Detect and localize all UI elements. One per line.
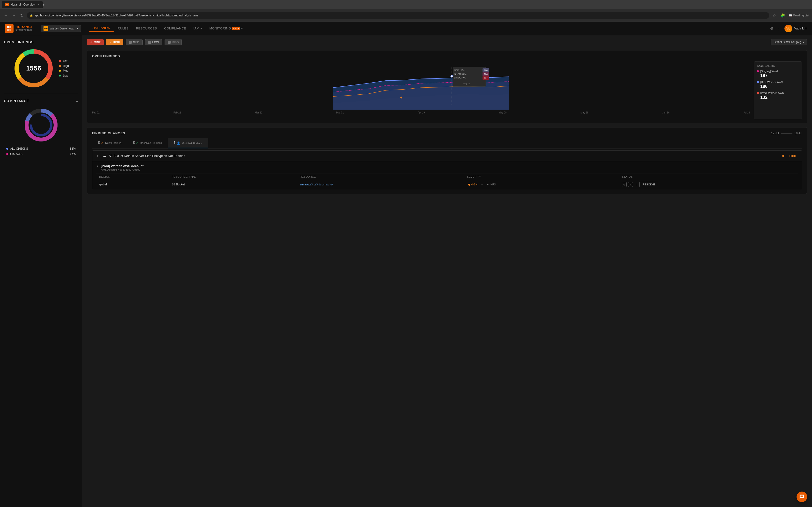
- low-check: [148, 41, 151, 44]
- svg-point-13: [29, 113, 53, 137]
- donut-center: 1556: [26, 64, 41, 72]
- check-cis-dot: [6, 153, 8, 155]
- severity-dot: [782, 155, 784, 157]
- status-icon-2[interactable]: ⚠: [628, 182, 633, 187]
- high-check: ✓: [109, 41, 112, 44]
- sub-account-number: AWS Account No: 308692709302: [101, 168, 144, 171]
- nav-resources[interactable]: RESOURCES: [133, 25, 160, 32]
- svg-rect-2: [7, 29, 9, 31]
- scan-groups-selector[interactable]: SCAN GROUPS (All) ▾: [771, 39, 807, 45]
- chart-area: [DEV] W... 188 [STAGING]... 184 [PROD] W…: [92, 61, 750, 119]
- scan-group-prod: [Prod] Warden AWS 132: [757, 92, 799, 100]
- legend-high-dot: [59, 65, 61, 67]
- svg-rect-0: [7, 26, 9, 28]
- prod-dot: [757, 92, 759, 94]
- tab-resolved-findings[interactable]: 0 ✓ Resolved Findings: [127, 138, 168, 148]
- legend-crit-label: Crit: [63, 59, 67, 63]
- severity-high-indicator: ● HIGH: [467, 182, 479, 186]
- back-button[interactable]: ←: [3, 12, 9, 18]
- compliance-filter-icon[interactable]: ≡: [76, 99, 78, 103]
- legend-low-label: Low: [63, 74, 68, 77]
- scan-groups-label: SCAN GROUPS (All): [774, 41, 801, 44]
- navbar: HORANGI STORYFIER AWS Warden Demo - AW..…: [0, 22, 812, 35]
- filter-med[interactable]: MED: [126, 39, 143, 45]
- col-region: Region: [96, 174, 169, 180]
- scan-groups-title: Scan Groups: [757, 64, 799, 67]
- nav-overview[interactable]: OVERVIEW: [89, 25, 114, 32]
- filter-info[interactable]: INFO: [164, 39, 182, 45]
- prod-label: [Prod] Warden AWS: [760, 92, 784, 95]
- filter-crit[interactable]: ✓ CRIT: [87, 39, 104, 45]
- dev-value: 186: [760, 84, 799, 89]
- legend-low: Low: [59, 74, 69, 77]
- date-dash: ————: [781, 131, 793, 135]
- table-header-row: Region Resource Type Resource Severity S…: [96, 174, 798, 180]
- tab-modified-label: Modified Findings: [182, 142, 203, 145]
- compliance-donut-wrap: [4, 107, 78, 143]
- chat-bubble[interactable]: [797, 492, 807, 502]
- s3-bucket-icon: ☁: [102, 154, 106, 158]
- tab-bar: H Horangi - Overview ✕ +: [0, 0, 812, 9]
- nav-iam[interactable]: IAM ▾: [190, 25, 205, 32]
- new-tab-button[interactable]: +: [43, 3, 45, 6]
- cell-resource-type: S3 Bucket: [169, 180, 297, 189]
- check-all: ALL CHECKS 88%: [6, 147, 75, 151]
- check-all-dot: [6, 148, 8, 150]
- staging-label: [Staging] Ward...: [760, 70, 780, 73]
- check-all-label: ALL CHECKS: [6, 147, 28, 151]
- tab-close[interactable]: ✕: [38, 3, 39, 6]
- legend-med: Med: [59, 69, 69, 72]
- bookmark-button[interactable]: ☆: [772, 12, 777, 19]
- svg-text:[DEV] W...: [DEV] W...: [454, 68, 464, 71]
- avatar: VL: [784, 24, 792, 32]
- compliance-donut-svg: [23, 107, 59, 143]
- nav-monitoring[interactable]: MONITORING BETA ▾: [206, 25, 247, 32]
- nav-compliance[interactable]: COMPLIANCE: [161, 25, 190, 32]
- svg-text:May 09: May 09: [463, 82, 470, 85]
- status-icon-1[interactable]: ◇: [622, 182, 627, 187]
- tab-resolved-label: Resolved Findings: [140, 142, 162, 145]
- forward-button[interactable]: →: [11, 12, 17, 18]
- findings-donut: 1556: [13, 48, 54, 89]
- finding-s3-header[interactable]: ▼ ☁ S3 Bucket Default Server-Side Encryp…: [92, 151, 802, 161]
- settings-icon[interactable]: ⚙: [770, 26, 773, 31]
- staging-dot: [757, 70, 759, 72]
- legend-high: High: [59, 64, 69, 68]
- filter-low[interactable]: LOW: [145, 39, 162, 45]
- url-bar[interactable]: 🔒 app.horangi.com/storyfier/overview/cae…: [27, 12, 769, 19]
- reload-button[interactable]: ↻: [19, 12, 24, 19]
- filter-high[interactable]: ✓ HIGH: [106, 39, 123, 45]
- chat-icon: [799, 494, 805, 500]
- severity-info-indicator: ● INFO: [486, 182, 497, 186]
- date-from: 12 Jul: [771, 131, 779, 135]
- findings-list: ▼ ☁ S3 Bucket Default Server-Side Encryp…: [92, 149, 802, 189]
- tab-title: Horangi - Overview: [11, 3, 36, 6]
- active-tab[interactable]: H Horangi - Overview ✕: [2, 1, 43, 8]
- table-row: global S3 Bucket arn:aws:s3:::s3-doom-ac…: [96, 180, 798, 189]
- finding-item-s3: ▼ ☁ S3 Bucket Default Server-Side Encryp…: [92, 151, 802, 189]
- info-label: INFO: [172, 41, 179, 44]
- col-severity: Severity: [464, 174, 619, 180]
- tab-modified-findings[interactable]: 1 👤 Modified Findings: [168, 138, 209, 148]
- user-name: Vada Lim: [794, 26, 807, 30]
- aws-logo-icon: AWS: [44, 26, 48, 31]
- nav-rules[interactable]: RULES: [114, 25, 132, 32]
- user-info[interactable]: VL Vada Lim: [784, 24, 807, 32]
- legend-crit-dot: [59, 60, 61, 62]
- med-label: MED: [133, 41, 140, 44]
- compliance-donut: [23, 107, 59, 143]
- col-resource-type: Resource Type: [169, 174, 297, 180]
- resolve-button[interactable]: RESOLVE: [640, 182, 658, 187]
- tab-new-findings[interactable]: 0 ⚠ New Findings: [92, 138, 127, 148]
- date-to: 18 Jul: [794, 131, 802, 135]
- extensions-button[interactable]: 🧩: [779, 12, 786, 19]
- status-divider: |: [636, 183, 637, 186]
- check-all-value: 88%: [70, 147, 75, 151]
- logo-top: HORANGI: [15, 25, 32, 29]
- svg-text:122: 122: [484, 77, 488, 79]
- status-cell: ◇ ⚠ | RESOLVE: [622, 182, 795, 187]
- more-options-icon[interactable]: ⋮: [777, 26, 781, 31]
- aws-account-selector[interactable]: AWS Warden Demo - AW... ▾: [41, 25, 81, 32]
- finding-title: S3 Bucket Default Server-Side Encryption…: [109, 154, 780, 158]
- reading-list-button[interactable]: 📖 Reading List: [789, 14, 809, 17]
